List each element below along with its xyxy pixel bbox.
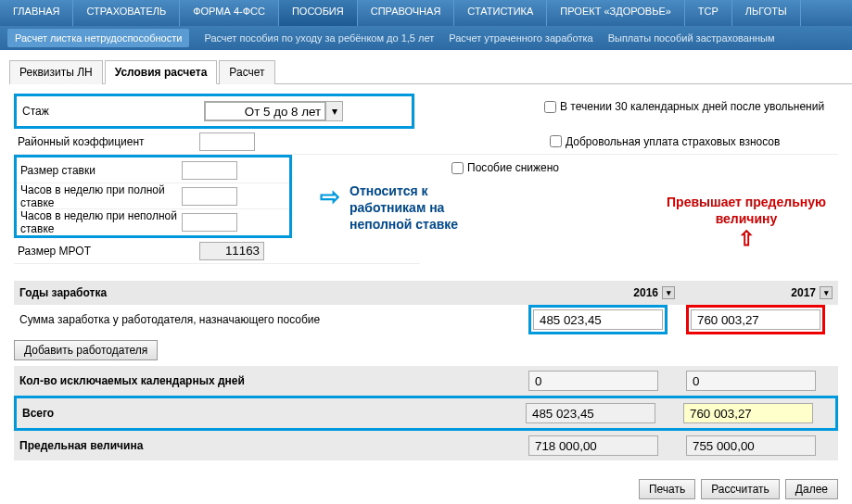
limit-y2 xyxy=(686,435,816,456)
year1-dropdown-icon[interactable]: ▾ xyxy=(662,286,675,299)
stazh-select[interactable]: ▾ xyxy=(204,101,343,121)
arrow-right-icon: ⇨ xyxy=(320,183,340,211)
tab-conditions[interactable]: Условия расчета xyxy=(105,60,218,84)
sum-label: Сумма заработка у работодателя, назначаю… xyxy=(14,313,523,326)
hours-part-label: Часов в неделю при неполной ставке xyxy=(17,209,182,235)
arrow-up-icon: ⇧ xyxy=(649,227,844,251)
limit-row: Предельная величина xyxy=(14,431,838,460)
excl-y2 xyxy=(686,371,816,391)
year1-label: 2016 xyxy=(633,286,658,299)
coef-label: Районный коэффициент xyxy=(14,135,199,148)
tab-requisites[interactable]: Реквизиты ЛН xyxy=(9,60,103,84)
mrot-label: Размер МРОТ xyxy=(14,245,199,258)
annotation-parttime: Относится к работникам на неполной ставк… xyxy=(350,183,479,233)
limit-y1 xyxy=(528,435,658,456)
content-area: Стаж ▾ В течении 30 календарных дней пос… xyxy=(0,84,852,470)
print-button[interactable]: Печать xyxy=(639,479,695,499)
hours-part-input[interactable] xyxy=(182,213,237,232)
tab-calculation[interactable]: Расчет xyxy=(219,60,274,84)
sum-y1-input[interactable] xyxy=(533,309,663,330)
subnav-disability[interactable]: Расчет листка нетрудоспособности xyxy=(7,29,189,47)
year2-dropdown-icon[interactable]: ▾ xyxy=(820,286,833,299)
footer-buttons: Печать Рассчитать Далее xyxy=(0,470,852,504)
check-reduced-label: Пособие снижено xyxy=(467,161,559,174)
limit-label: Предельная величина xyxy=(14,439,523,452)
nav-form4fss[interactable]: ФОРМА 4-ФСС xyxy=(180,0,279,26)
tabs: Реквизиты ЛН Условия расчета Расчет xyxy=(9,59,852,84)
subnav-childcare[interactable]: Расчет пособия по уходу за ребёнком до 1… xyxy=(204,32,434,44)
excl-y1 xyxy=(528,371,658,391)
check-30days-label: В течении 30 календарных дней после увол… xyxy=(560,100,824,113)
years-header: Годы заработка 2016▾ 2017▾ xyxy=(14,281,838,305)
nav-health[interactable]: ПРОЕКТ «ЗДОРОВЬЕ» xyxy=(547,0,685,26)
sub-nav: Расчет листка нетрудоспособности Расчет … xyxy=(0,26,852,50)
stavka-label: Размер ставки xyxy=(17,164,182,177)
calculate-button[interactable]: Рассчитать xyxy=(701,479,780,499)
total-highlight-box: Всего xyxy=(14,396,838,431)
hours-full-label: Часов в неделю при полной ставке xyxy=(17,183,182,209)
top-nav: ГЛАВНАЯ СТРАХОВАТЕЛЬ ФОРМА 4-ФСС ПОСОБИЯ… xyxy=(0,0,852,26)
excl-label: Кол-во исключаемых календарных дней xyxy=(14,374,523,387)
stazh-label: Стаж xyxy=(19,105,204,118)
sum-y2-input[interactable] xyxy=(691,309,820,330)
coef-input[interactable] xyxy=(199,132,255,151)
years-header-label: Годы заработка xyxy=(14,286,523,299)
next-button[interactable]: Далее xyxy=(785,479,838,499)
annotation-exceeds: Превышает предельную величину xyxy=(649,194,844,227)
hours-full-input[interactable] xyxy=(182,187,237,206)
check-voluntary[interactable] xyxy=(550,135,562,147)
nav-tsr[interactable]: ТСР xyxy=(685,0,732,26)
total-y2 xyxy=(683,403,813,423)
add-employer-button[interactable]: Добавить работодателя xyxy=(14,340,158,360)
stavka-input[interactable] xyxy=(182,161,237,180)
stazh-value[interactable] xyxy=(205,102,325,120)
nav-benefits2[interactable]: ЛЬГОТЫ xyxy=(732,0,801,26)
mrot-value xyxy=(199,242,264,260)
rate-highlight-box: Размер ставки Часов в неделю при полной … xyxy=(14,155,292,238)
total-row: Всего xyxy=(17,398,835,428)
excluded-days-row: Кол-во исключаемых календарных дней xyxy=(14,366,838,396)
nav-statistics[interactable]: СТАТИСТИКА xyxy=(454,0,547,26)
chevron-down-icon[interactable]: ▾ xyxy=(325,102,342,120)
check-reduced[interactable] xyxy=(451,162,464,174)
subnav-lost-earnings[interactable]: Расчет утраченного заработка xyxy=(449,32,592,44)
nav-reference[interactable]: СПРАВОЧНАЯ xyxy=(358,0,455,26)
subnav-payments[interactable]: Выплаты пособий застрахованным xyxy=(608,32,775,44)
nav-insurer[interactable]: СТРАХОВАТЕЛЬ xyxy=(73,0,180,26)
sum-row: Сумма заработка у работодателя, назначаю… xyxy=(14,305,838,334)
check-voluntary-label: Добровольная уплата страховых взносов xyxy=(566,135,780,148)
total-y1 xyxy=(526,403,655,423)
year2-label: 2017 xyxy=(791,286,816,299)
nav-main[interactable]: ГЛАВНАЯ xyxy=(0,0,73,26)
nav-benefits[interactable]: ПОСОБИЯ xyxy=(279,0,358,26)
total-label: Всего xyxy=(17,407,520,420)
stazh-highlight-box: Стаж ▾ xyxy=(14,94,414,129)
check-30days[interactable] xyxy=(544,101,556,113)
